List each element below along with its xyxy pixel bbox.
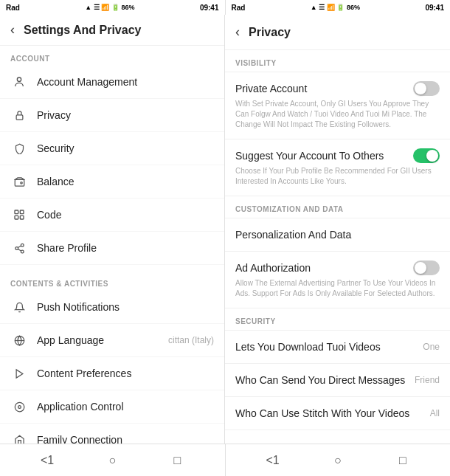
lock-icon (10, 106, 28, 124)
sidebar-item-privacy[interactable]: Privacy (0, 99, 224, 132)
private-account-toggle[interactable] (413, 81, 440, 96)
sidebar-item-family-connection[interactable]: Family Connection (0, 424, 224, 444)
status-bar: Rad ▲ ☰ 📶 🔋 86% 09:41 Rad ▲ ☰ 📶 🔋 86% 09… (0, 0, 450, 15)
code-icon (10, 206, 28, 224)
sidebar-item-account-management[interactable]: Account Management (0, 66, 224, 99)
suggest-account-toggle[interactable] (413, 148, 440, 163)
right-panel-title: Privacy (249, 26, 291, 39)
left-recents-nav[interactable]: □ (167, 450, 187, 471)
stitch-label: Who Can Use Stitch With Your Videos (235, 407, 409, 419)
account-section-label: ACCOUNT (0, 46, 224, 66)
stitch-value: All (430, 408, 440, 418)
download-videos-value: One (423, 342, 440, 352)
app-language-value: cittan (Italy) (168, 335, 214, 345)
svg-rect-4 (15, 210, 18, 214)
stitch-item[interactable]: Who Can Use Stitch With Your Videos All (225, 397, 450, 430)
ad-authorization-title: Ad Authorization (235, 262, 311, 274)
person-icon (10, 73, 28, 91)
main-panels: ‹ Settings And Privacy ACCOUNT Account M… (0, 15, 450, 444)
direct-messages-label: Who Can Send You Direct Messages (235, 374, 405, 386)
sidebar-item-app-language[interactable]: App Language cittan (Italy) (0, 324, 224, 357)
download-videos-item[interactable]: Lets You Download Tuoi Videos One (225, 331, 450, 364)
balance-label: Balance (37, 176, 214, 187)
application-control-label: Application Control (37, 401, 214, 413)
sidebar-item-content-preferences[interactable]: Content Preferences (0, 357, 224, 390)
svg-marker-15 (16, 369, 23, 377)
svg-point-8 (21, 244, 24, 246)
right-panel: ‹ Privacy Visibility Private Account Wit… (225, 15, 450, 444)
svg-point-3 (20, 182, 22, 184)
ad-authorization-toggle-knob (415, 262, 426, 274)
content-preferences-label: Content Preferences (37, 368, 214, 379)
personalization-label: Personalization And Data (235, 229, 351, 241)
svg-point-0 (17, 77, 21, 81)
svg-rect-1 (16, 114, 23, 119)
shield-icon (10, 139, 28, 157)
left-home-nav[interactable]: ○ (102, 450, 122, 471)
personalization-item[interactable]: Personalization And Data (225, 218, 450, 252)
sidebar-item-code[interactable]: Code (0, 199, 224, 232)
customization-section: CUSTOMIZATION AND DATA Personalization A… (225, 196, 450, 308)
right-carrier: Rad (232, 4, 246, 12)
direct-messages-item[interactable]: Who Can Send You Direct Messages Friend (225, 364, 450, 397)
app-language-label: App Language (37, 334, 168, 346)
ad-authorization-toggle[interactable] (413, 261, 440, 275)
suggest-account-item: Suggest Your Account To Others Choose If… (225, 139, 450, 196)
security-label: Security (37, 142, 214, 154)
bottom-nav: <1 ○ □ <1 ○ □ (0, 444, 450, 476)
sidebar-item-application-control[interactable]: Application Control (0, 390, 224, 424)
left-back-button[interactable]: ‹ (10, 22, 15, 38)
right-home-nav[interactable]: ○ (328, 450, 348, 471)
privacy-label: Privacy (37, 109, 214, 121)
svg-line-11 (18, 249, 21, 251)
contents-section: CONTENTS & ACTIVITIES Push Notifications… (0, 271, 224, 444)
right-header: ‹ Privacy (225, 15, 450, 50)
wallet-icon (10, 173, 28, 190)
left-back-nav[interactable]: <1 (37, 450, 58, 471)
left-header: ‹ Settings And Privacy (0, 15, 224, 46)
security-section: SECURITY Lets You Download Tuoi Videos O… (225, 308, 450, 430)
direct-messages-value: Friend (415, 375, 440, 385)
visibility-section-label: Visibility (225, 50, 450, 72)
left-panel-title: Settings And Privacy (24, 24, 141, 37)
right-back-button[interactable]: ‹ (235, 24, 240, 40)
left-status-icons: ▲ ☰ 📶 🔋 86% (85, 4, 134, 11)
sidebar-item-push-notifications[interactable]: Push Notifications (0, 291, 224, 324)
private-account-row: Private Account (235, 81, 440, 96)
suggest-account-desc: Choose If Your Pub Profile Be Recommende… (235, 166, 440, 187)
left-time: 09:41 (200, 4, 219, 12)
private-account-item: Private Account With Set Private Account… (225, 72, 450, 139)
suggest-account-toggle-knob (426, 150, 438, 162)
ad-authorization-desc: Allow The External Advertising Partner T… (235, 278, 440, 299)
app-control-icon (10, 398, 28, 415)
customization-section-label: CUSTOMIZATION AND DATA (225, 196, 450, 218)
svg-rect-5 (20, 210, 24, 214)
left-carrier: Rad (6, 4, 20, 12)
security-section-label: SECURITY (225, 308, 450, 331)
suggest-account-title: Suggest Your Account To Others (235, 150, 384, 162)
sidebar-item-balance[interactable]: Balance (0, 165, 224, 199)
sidebar-item-security[interactable]: Security (0, 132, 224, 165)
svg-line-12 (18, 246, 21, 248)
bottom-nav-left: <1 ○ □ (0, 444, 226, 476)
push-notifications-label: Push Notifications (37, 301, 214, 313)
private-account-title: Private Account (235, 83, 307, 94)
svg-point-9 (15, 246, 18, 249)
sidebar-item-share-profile[interactable]: Share Profile (0, 232, 224, 265)
account-section: ACCOUNT Account Management Privacy Secur… (0, 46, 224, 265)
family-icon (10, 431, 28, 444)
globe-icon (10, 331, 28, 349)
content-icon (10, 365, 28, 382)
share-icon (10, 239, 28, 257)
visibility-section: Visibility Private Account With Set Priv… (225, 50, 450, 196)
svg-point-10 (21, 250, 24, 253)
status-bar-right: Rad ▲ ☰ 📶 🔋 86% 09:41 (226, 0, 451, 15)
left-panel: ‹ Settings And Privacy ACCOUNT Account M… (0, 15, 225, 444)
svg-rect-7 (20, 215, 24, 219)
download-videos-label: Lets You Download Tuoi Videos (235, 341, 381, 353)
status-bar-left: Rad ▲ ☰ 📶 🔋 86% 09:41 (0, 0, 226, 15)
right-back-nav[interactable]: <1 (263, 450, 283, 471)
right-recents-nav[interactable]: □ (392, 450, 413, 471)
account-management-label: Account Management (37, 76, 214, 88)
svg-rect-6 (15, 215, 18, 219)
